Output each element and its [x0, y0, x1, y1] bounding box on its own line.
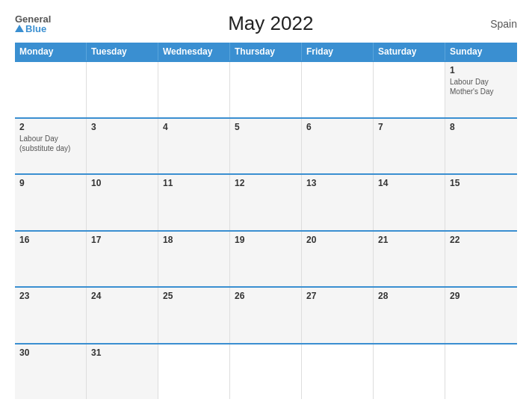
cal-cell-20: 20 [302, 232, 374, 287]
day-number: 28 [378, 291, 440, 301]
day-number: 29 [450, 291, 513, 301]
day-number: 8 [450, 122, 513, 132]
cal-cell-empty [230, 62, 302, 117]
cal-cell-empty [230, 344, 302, 400]
day-number: 1 [450, 65, 513, 75]
cal-cell-11: 11 [158, 175, 230, 230]
day-number: 20 [306, 235, 368, 245]
weekday-wednesday: Wednesday [158, 43, 230, 61]
weekday-tuesday: Tuesday [87, 43, 158, 61]
cal-cell-empty [15, 62, 87, 117]
day-number: 24 [91, 291, 153, 301]
calendar-row-4: 16 17 18 19 20 21 22 [15, 230, 517, 287]
weekday-monday: Monday [15, 43, 87, 61]
day-number: 18 [163, 235, 225, 245]
calendar-header: Monday Tuesday Wednesday Thursday Friday… [15, 43, 517, 61]
cal-cell-empty [158, 344, 230, 400]
cal-cell-empty [445, 344, 517, 400]
cal-cell-26: 26 [230, 288, 302, 343]
day-number: 7 [378, 122, 440, 132]
header: General Blue May 2022 Spain [15, 12, 517, 35]
cal-cell-14: 14 [374, 175, 445, 230]
cal-cell-10: 10 [87, 175, 158, 230]
day-number: 10 [91, 178, 153, 188]
page: General Blue May 2022 Spain Monday Tuesd… [0, 0, 532, 411]
cal-cell-5: 5 [230, 119, 302, 174]
day-number: 5 [235, 122, 297, 132]
cal-cell-7: 7 [374, 119, 445, 174]
weekday-friday: Friday [302, 43, 374, 61]
day-number: 17 [91, 235, 153, 245]
calendar-row-5: 23 24 25 26 27 28 29 [15, 286, 517, 343]
cal-cell-empty [158, 62, 230, 117]
day-number: 27 [306, 291, 368, 301]
cal-cell-30: 30 [15, 344, 87, 400]
calendar-title: May 2022 [228, 12, 313, 35]
cal-cell-empty [302, 62, 374, 117]
cal-cell-17: 17 [87, 232, 158, 287]
cal-cell-empty [374, 344, 445, 400]
cal-cell-1: 1 Labour DayMother's Day [445, 62, 517, 117]
day-number: 12 [235, 178, 297, 188]
cal-cell-empty [374, 62, 445, 117]
cal-cell-9: 9 [15, 175, 87, 230]
weekday-sunday: Sunday [445, 43, 517, 61]
day-number: 16 [19, 235, 81, 245]
day-number: 19 [235, 235, 297, 245]
cal-cell-23: 23 [15, 288, 87, 343]
day-number: 4 [163, 122, 225, 132]
day-number: 13 [306, 178, 368, 188]
day-number: 11 [163, 178, 225, 188]
calendar-row-1: 1 Labour DayMother's Day [15, 61, 517, 117]
calendar-body: 1 Labour DayMother's Day 2 Labour Day(su… [15, 61, 517, 399]
cal-cell-24: 24 [87, 288, 158, 343]
logo-triangle-icon [15, 25, 24, 32]
day-number: 14 [378, 178, 440, 188]
day-number: 21 [378, 235, 440, 245]
calendar-row-6: 30 31 [15, 343, 517, 400]
cal-cell-empty [302, 344, 374, 400]
cal-cell-25: 25 [158, 288, 230, 343]
cal-cell-21: 21 [374, 232, 445, 287]
cal-cell-2: 2 Labour Day(substitute day) [15, 119, 87, 174]
day-number: 25 [163, 291, 225, 301]
day-number: 2 [19, 122, 81, 132]
calendar: Monday Tuesday Wednesday Thursday Friday… [15, 43, 517, 399]
cal-cell-27: 27 [302, 288, 374, 343]
calendar-row-3: 9 10 11 12 13 14 15 [15, 173, 517, 230]
day-number: 9 [19, 178, 81, 188]
cal-cell-18: 18 [158, 232, 230, 287]
cal-cell-12: 12 [230, 175, 302, 230]
logo: General Blue [15, 14, 51, 34]
day-number: 6 [306, 122, 368, 132]
calendar-row-2: 2 Labour Day(substitute day) 3 4 5 6 7 [15, 117, 517, 174]
day-number: 3 [91, 122, 153, 132]
cal-cell-31: 31 [87, 344, 158, 400]
day-number: 26 [235, 291, 297, 301]
country-label: Spain [490, 18, 517, 30]
cal-cell-13: 13 [302, 175, 374, 230]
cal-cell-15: 15 [445, 175, 517, 230]
holiday-label: Labour Day(substitute day) [19, 135, 70, 152]
logo-blue-text: Blue [15, 24, 51, 34]
day-number: 23 [19, 291, 81, 301]
day-number: 31 [91, 347, 153, 358]
cal-cell-29: 29 [445, 288, 517, 343]
cal-cell-empty [87, 62, 158, 117]
day-number: 22 [450, 235, 513, 245]
weekday-saturday: Saturday [374, 43, 445, 61]
cal-cell-28: 28 [374, 288, 445, 343]
cal-cell-8: 8 [445, 119, 517, 174]
logo-general-text: General [15, 14, 51, 24]
cal-cell-4: 4 [158, 119, 230, 174]
cal-cell-16: 16 [15, 232, 87, 287]
cal-cell-3: 3 [87, 119, 158, 174]
cal-cell-6: 6 [302, 119, 374, 174]
day-number: 30 [19, 347, 81, 358]
weekday-thursday: Thursday [230, 43, 302, 61]
holiday-label: Labour DayMother's Day [450, 78, 494, 96]
cal-cell-22: 22 [445, 232, 517, 287]
day-number: 15 [450, 178, 513, 188]
cal-cell-19: 19 [230, 232, 302, 287]
